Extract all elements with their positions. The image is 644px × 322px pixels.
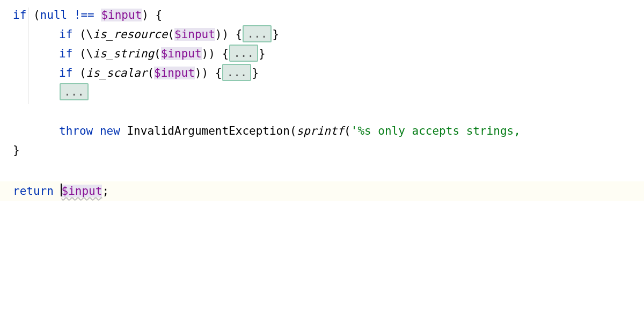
text: ( xyxy=(72,28,86,41)
text: ( xyxy=(344,125,351,137)
keyword-if: if xyxy=(59,47,72,60)
keyword-throw: throw xyxy=(59,125,93,137)
text: )) { xyxy=(202,47,229,60)
indent-guide xyxy=(28,8,28,104)
keyword-return: return xyxy=(13,185,54,197)
variable-input: $input xyxy=(154,67,195,79)
string-literal: '%s only accepts strings, xyxy=(351,125,521,137)
code-line[interactable] xyxy=(0,102,644,121)
text: } xyxy=(272,28,279,41)
function-is-scalar: is_scalar xyxy=(86,67,148,79)
literal-null: null !== xyxy=(40,9,101,21)
text: )) { xyxy=(195,67,222,79)
variable-input: $input xyxy=(101,9,142,21)
return-statement-line[interactable]: return $input; xyxy=(0,181,644,201)
class-name: InvalidArgumentException xyxy=(127,125,289,137)
function-is-resource: is_resource xyxy=(93,28,167,41)
text: ( xyxy=(72,67,86,79)
text: ( xyxy=(154,47,161,60)
code-fold[interactable]: ... xyxy=(243,25,272,42)
code-line[interactable]: throw new InvalidArgumentException(sprin… xyxy=(0,121,644,141)
code-fold[interactable]: ... xyxy=(60,83,89,100)
code-fold[interactable]: ... xyxy=(229,45,258,62)
keyword-if: if xyxy=(59,28,72,41)
text: ( xyxy=(26,9,40,21)
function-sprintf: sprintf xyxy=(297,125,345,137)
text xyxy=(93,125,100,137)
keyword-if: if xyxy=(59,67,72,79)
code-line[interactable]: if (\is_string($input)) {...} xyxy=(0,44,644,63)
code-line[interactable]: } xyxy=(0,141,644,160)
keyword-new: new xyxy=(100,125,120,137)
code-line[interactable]: if (null !== $input) { xyxy=(0,5,644,25)
text: ( xyxy=(290,125,297,137)
backslash: \ xyxy=(86,47,93,60)
text: ( xyxy=(167,28,174,41)
text xyxy=(120,125,127,137)
text: } xyxy=(252,67,259,79)
variable-input: $input xyxy=(161,47,202,60)
function-is-string: is_string xyxy=(93,47,154,60)
variable-input: $input xyxy=(174,28,215,41)
backslash: \ xyxy=(86,28,93,41)
code-editor[interactable]: if (null !== $input) { if (\is_resource(… xyxy=(0,5,644,201)
code-line[interactable]: ... xyxy=(0,83,644,102)
text: ( xyxy=(72,47,86,60)
keyword-if: if xyxy=(13,9,26,21)
text xyxy=(54,185,61,197)
code-fold[interactable]: ... xyxy=(222,64,251,81)
code-line[interactable]: if (\is_resource($input)) {...} xyxy=(0,25,644,44)
text: ) { xyxy=(142,9,162,21)
text: ( xyxy=(147,67,154,79)
text: } xyxy=(259,47,266,60)
text: ; xyxy=(102,185,109,197)
code-line[interactable]: if (is_scalar($input)) {...} xyxy=(0,63,644,83)
variable-input-warning[interactable]: $input xyxy=(62,185,103,197)
text: } xyxy=(13,144,20,157)
text: )) { xyxy=(215,28,243,41)
code-line[interactable] xyxy=(0,160,644,179)
